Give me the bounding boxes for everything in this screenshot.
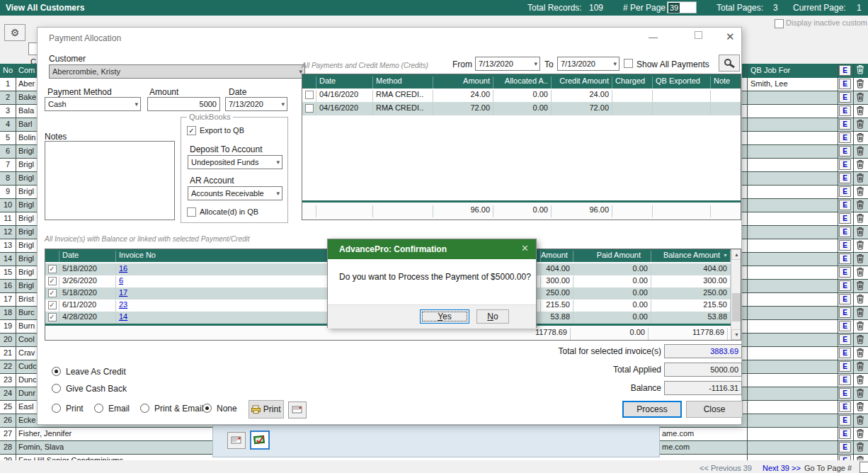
edit-icon[interactable]: E <box>839 401 851 412</box>
minimize-icon[interactable]: — <box>649 32 658 42</box>
edit-icon[interactable]: E <box>839 428 851 439</box>
row-checkbox[interactable]: ✓ <box>48 301 57 309</box>
no-button[interactable]: No <box>476 309 509 324</box>
none-radio[interactable] <box>202 404 212 413</box>
row-checkbox[interactable]: ✓ <box>48 277 57 285</box>
export-to-qb-checkbox[interactable]: ✓ <box>187 126 196 135</box>
trash-icon[interactable] <box>855 442 866 453</box>
edit-icon[interactable]: E <box>839 294 851 304</box>
trash-icon[interactable] <box>855 64 866 76</box>
trash-icon[interactable] <box>855 227 866 238</box>
close-icon[interactable]: ✕ <box>521 243 529 253</box>
edit-icon[interactable]: E <box>839 375 851 385</box>
edit-icon[interactable]: E <box>839 240 851 251</box>
scroll-down-icon[interactable]: ▼ <box>731 329 741 340</box>
trash-icon[interactable] <box>855 280 866 292</box>
yes-button[interactable]: Yes <box>420 309 469 324</box>
envelope-button[interactable] <box>227 432 246 449</box>
trash-icon[interactable] <box>855 334 866 346</box>
per-page-input[interactable]: 39 <box>667 1 697 13</box>
to-date-combobox[interactable]: 7/13/2020 ▾ <box>557 57 619 71</box>
invoice-link[interactable]: 17 <box>119 288 127 297</box>
invoices-scrollbar[interactable]: ▲▼ <box>731 249 741 341</box>
print-button[interactable]: Print <box>249 400 284 418</box>
trash-icon[interactable] <box>855 146 866 157</box>
goto-page-input[interactable] <box>860 462 868 473</box>
trash-icon[interactable] <box>855 375 866 386</box>
trash-icon[interactable] <box>855 106 866 117</box>
deposit-account-combobox[interactable]: Undeposited Funds ▾ <box>188 155 282 169</box>
trash-icon[interactable] <box>855 267 866 278</box>
edit-icon[interactable]: E <box>839 173 851 183</box>
trash-icon[interactable] <box>855 361 866 372</box>
edit-icon[interactable]: E <box>839 415 851 426</box>
payment-method-combobox[interactable]: Cash ▾ <box>45 97 141 111</box>
edit-icon[interactable]: E <box>839 119 851 130</box>
edit-icon[interactable]: E <box>839 146 851 156</box>
edit-icon[interactable]: E <box>839 227 851 237</box>
edit-icon[interactable]: E <box>839 321 851 331</box>
trash-icon[interactable] <box>855 428 866 440</box>
trash-icon[interactable] <box>855 92 866 103</box>
close-icon[interactable]: ✕ <box>726 30 735 43</box>
from-date-combobox[interactable]: 7/13/2020 ▾ <box>475 57 540 71</box>
trash-icon[interactable] <box>855 119 866 130</box>
ar-account-combobox[interactable]: Accounts Receivable ▾ <box>188 186 282 200</box>
trash-icon[interactable] <box>855 186 866 198</box>
row-checkbox[interactable] <box>305 91 314 99</box>
trash-icon[interactable] <box>855 307 866 319</box>
trash-icon[interactable] <box>855 401 866 413</box>
trash-icon[interactable] <box>855 415 866 426</box>
process-button[interactable]: Process <box>622 401 682 418</box>
scroll-thumb[interactable] <box>732 293 741 321</box>
next-page-link[interactable]: Next 39 >> <box>763 464 801 472</box>
invoice-link[interactable]: 16 <box>119 264 127 273</box>
invoice-link[interactable]: 14 <box>119 312 127 321</box>
settings-button[interactable]: ⚙ <box>4 24 25 41</box>
edit-icon[interactable]: E <box>839 253 851 264</box>
scroll-up-icon[interactable]: ▲ <box>731 249 741 260</box>
edit-icon[interactable]: E <box>839 348 851 358</box>
date-combobox[interactable]: 7/13/2020 ▾ <box>225 97 287 111</box>
edit-icon[interactable]: E <box>839 92 851 103</box>
row-checkbox[interactable]: ✓ <box>48 289 57 297</box>
customer-combobox[interactable]: Abercrombie, Kristy ▾ <box>49 64 305 79</box>
edit-icon[interactable]: E <box>839 213 851 224</box>
email-preview-button[interactable] <box>288 401 307 418</box>
maximize-icon[interactable] <box>695 31 702 39</box>
email-radio[interactable] <box>94 404 103 413</box>
print-radio[interactable] <box>52 404 61 413</box>
close-button[interactable]: Close <box>686 401 743 418</box>
edit-icon[interactable]: E <box>839 361 851 372</box>
invoice-link[interactable]: 6 <box>119 276 123 285</box>
trash-icon[interactable] <box>855 159 866 171</box>
give-cash-back-radio[interactable] <box>52 384 61 393</box>
allocated-in-qb-checkbox[interactable] <box>187 207 196 217</box>
edit-icon[interactable]: E <box>839 65 851 76</box>
trash-icon[interactable] <box>855 240 866 251</box>
email-send-button[interactable] <box>250 431 270 450</box>
trash-icon[interactable] <box>855 132 866 144</box>
display-inactive-option[interactable]: Display inactive custom <box>775 18 868 28</box>
edit-icon[interactable]: E <box>839 79 851 89</box>
search-payments-button[interactable] <box>719 55 740 72</box>
row-checkbox[interactable]: ✓ <box>48 313 57 321</box>
edit-icon[interactable]: E <box>839 159 851 170</box>
edit-icon[interactable]: E <box>839 307 851 318</box>
invoice-link[interactable]: 23 <box>119 300 127 309</box>
trash-icon[interactable] <box>855 200 866 211</box>
edit-icon[interactable]: E <box>839 267 851 278</box>
edit-icon[interactable]: E <box>839 442 851 452</box>
previous-page-link[interactable]: << Previous 39 <box>699 464 752 472</box>
trash-icon[interactable] <box>855 253 866 265</box>
row-checkbox[interactable] <box>305 104 314 113</box>
notes-textarea[interactable] <box>45 141 175 220</box>
edit-icon[interactable]: E <box>839 334 851 345</box>
trash-icon[interactable] <box>855 321 866 332</box>
edit-icon[interactable]: E <box>839 186 851 197</box>
trash-icon[interactable] <box>855 213 866 224</box>
print-and-email-radio[interactable] <box>140 404 149 413</box>
edit-icon[interactable]: E <box>839 280 851 291</box>
row-checkbox[interactable]: ✓ <box>48 265 57 273</box>
edit-icon[interactable]: E <box>839 388 851 399</box>
